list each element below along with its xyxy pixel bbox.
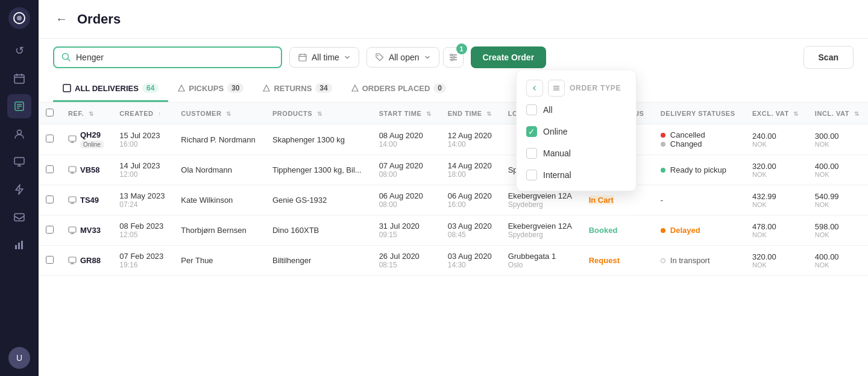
order-status-request: Request — [589, 256, 620, 265]
tab-pickups[interactable]: PICKUPS 30 — [168, 76, 253, 102]
incl-currency: NOK — [815, 231, 861, 238]
col-excl-vat[interactable]: EXCL. VAT ⇅ — [745, 103, 808, 124]
orders-icon[interactable] — [7, 94, 31, 118]
sidebar-logo[interactable] — [8, 7, 30, 29]
created-date: 13 May 2023 — [119, 191, 166, 200]
svg-line-19 — [68, 59, 71, 62]
avatar[interactable]: U — [8, 347, 30, 369]
tab-orders-placed[interactable]: ORDERS PLACED 0 — [342, 76, 456, 102]
svg-point-24 — [377, 55, 379, 56]
customer-name: Ola Nordmann — [181, 165, 232, 174]
row-checkbox[interactable] — [46, 256, 54, 264]
created-time: 16:00 — [119, 140, 166, 148]
excl-vat: 478.00 — [752, 222, 800, 231]
search-input[interactable] — [76, 53, 274, 62]
location-sub: Spydeberg — [508, 231, 574, 239]
contact-icon[interactable] — [7, 205, 31, 229]
lightning-icon[interactable] — [7, 177, 31, 202]
customer-name: Kate Wilkinson — [181, 196, 233, 205]
tab-returns[interactable]: RETURNS 34 — [253, 76, 341, 102]
dropdown-item-all[interactable]: All — [517, 99, 636, 121]
col-created-label: CREATED — [119, 110, 153, 117]
select-all-checkbox[interactable] — [46, 109, 54, 116]
excl-currency: NOK — [752, 171, 800, 178]
order-type-dropdown: ORDER TYPE All ✓ Online Manual Internal — [516, 69, 637, 191]
dropdown-item-internal[interactable]: Internal — [517, 164, 636, 186]
table-row[interactable]: QH29 Online 15 Jul 2023 16:00 Richard P.… — [39, 124, 868, 155]
delivery-label-2: Changed — [670, 139, 702, 148]
created-date: 08 Feb 2023 — [119, 221, 166, 231]
col-end-time[interactable]: END TIME ⇅ — [441, 103, 501, 124]
col-customer[interactable]: CUSTOMER ⇅ — [174, 103, 265, 124]
svg-rect-38 — [69, 197, 76, 202]
ref-cell: QH29 Online — [68, 130, 105, 148]
order-status-booked: Booked — [589, 226, 618, 235]
location: Ekebergveien 12A — [508, 191, 574, 200]
created-date: 07 Feb 2023 — [119, 252, 166, 261]
product-text: Tipphenger 1300 kg, Bil... — [272, 165, 362, 174]
col-incl-vat[interactable]: INCL. VAT ⇅ — [808, 103, 868, 124]
orders-table-container: REF. ⇅ CREATED ↑ CUSTOMER ⇅ PRODUCTS ⇅ S… — [39, 103, 868, 376]
dropdown-item-manual[interactable]: Manual — [517, 142, 636, 164]
row-checkbox[interactable] — [46, 135, 54, 142]
table-row[interactable]: VB58 14 Jul 2023 12:00 Ola Nordmann Tipp… — [39, 155, 868, 185]
col-delivery-statuses[interactable]: DELIVERY STATUSES — [653, 103, 745, 124]
col-start-time-label: START TIME — [379, 110, 422, 117]
col-created[interactable]: CREATED ↑ — [112, 103, 174, 124]
col-start-time[interactable]: START TIME ⇅ — [372, 103, 441, 124]
product-text: Genie GS-1932 — [272, 196, 327, 205]
delivery-status-2: Changed — [661, 139, 738, 148]
monitor-icon[interactable] — [7, 150, 31, 174]
col-ref[interactable]: REF. ⇅ — [61, 103, 112, 124]
row-checkbox[interactable] — [46, 226, 54, 234]
end-date: 03 Aug 2020 — [448, 252, 494, 261]
returns-icon — [263, 84, 270, 92]
dropdown-item-online-label: Online — [543, 127, 567, 136]
delivery-label-1: Cancelled — [670, 130, 705, 139]
person-icon[interactable] — [7, 122, 31, 146]
end-time: 08:45 — [448, 231, 494, 239]
order-status-incart: In Cart — [589, 196, 614, 205]
table-row[interactable]: MV33 08 Feb 2023 12:05 Thorbjørn Bernsen… — [39, 215, 868, 246]
status-filter-button[interactable]: All open — [366, 47, 439, 68]
back-button[interactable]: ← — [53, 10, 70, 28]
row-checkbox[interactable] — [46, 196, 54, 203]
excl-vat: 240.00 — [752, 132, 800, 141]
calendar-icon[interactable] — [7, 66, 31, 91]
status-filter-label: All open — [389, 53, 420, 62]
calendar-filter-icon — [298, 53, 307, 62]
product-text: Skaphenger 1300 kg — [272, 135, 345, 144]
tab-all-deliveries[interactable]: ALL DELIVERIES 64 — [53, 76, 168, 102]
item-check-online: ✓ — [526, 126, 537, 137]
created-time: 19:16 — [119, 261, 166, 269]
excl-currency: NOK — [752, 231, 800, 238]
ref-cell: VB58 — [68, 165, 105, 174]
end-time: 18:00 — [448, 170, 494, 179]
table-row[interactable]: TS49 13 May 2023 07:24 Kate Wilkinson Ge… — [39, 185, 868, 215]
toolbar: All time All open 1 Create Order Scan — [39, 39, 868, 76]
filter-badge: 1 — [456, 43, 467, 54]
create-order-button[interactable]: Create Order — [471, 46, 547, 68]
end-date: 06 Aug 2020 — [448, 191, 494, 200]
incl-vat: 400.00 — [815, 162, 861, 171]
monitor-row-icon — [68, 226, 77, 235]
incl-currency: NOK — [815, 261, 861, 269]
svg-rect-11 — [14, 158, 24, 164]
history-icon[interactable]: ↺ — [7, 39, 31, 63]
chart-icon[interactable] — [7, 233, 31, 257]
date-filter-button[interactable]: All time — [289, 47, 359, 68]
col-delivery-statuses-label: DELIVERY STATUSES — [661, 110, 735, 117]
created-time: 12:05 — [119, 231, 166, 239]
dropdown-header-text: ORDER TYPE — [570, 84, 621, 92]
scan-button[interactable]: Scan — [804, 46, 854, 69]
dropdown-item-online[interactable]: ✓ Online — [517, 121, 636, 142]
incl-vat: 400.00 — [815, 252, 861, 261]
svg-rect-32 — [69, 136, 76, 141]
table-row[interactable]: GR88 07 Feb 2023 19:16 Per Thue Biltilhe… — [39, 246, 868, 276]
delivery-label-transport: In transport — [670, 256, 710, 265]
dropdown-back-button[interactable] — [526, 80, 543, 97]
table-header-row: REF. ⇅ CREATED ↑ CUSTOMER ⇅ PRODUCTS ⇅ S… — [39, 103, 868, 124]
row-checkbox[interactable] — [46, 165, 54, 173]
col-products[interactable]: PRODUCTS ⇅ — [265, 103, 372, 124]
product-text: Biltilhenger — [272, 256, 311, 265]
